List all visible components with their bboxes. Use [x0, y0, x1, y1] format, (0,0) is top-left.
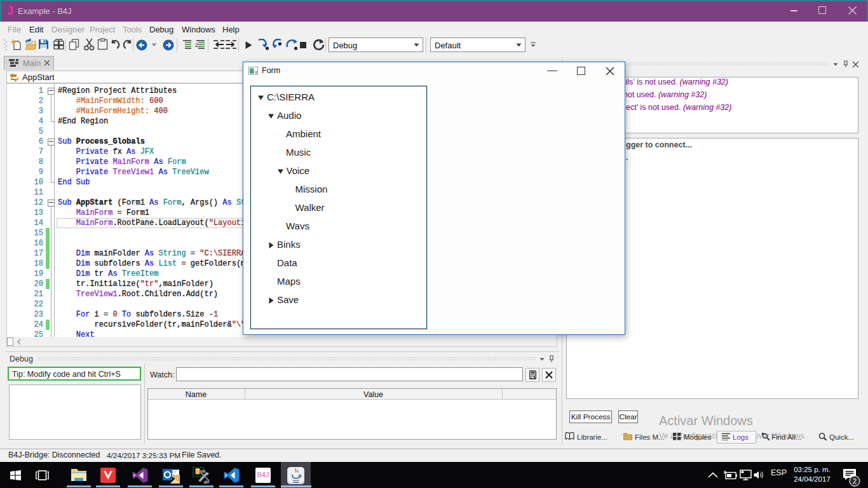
svg-text:2: 2: [195, 42, 198, 48]
svg-text:2: 2: [853, 477, 857, 485]
